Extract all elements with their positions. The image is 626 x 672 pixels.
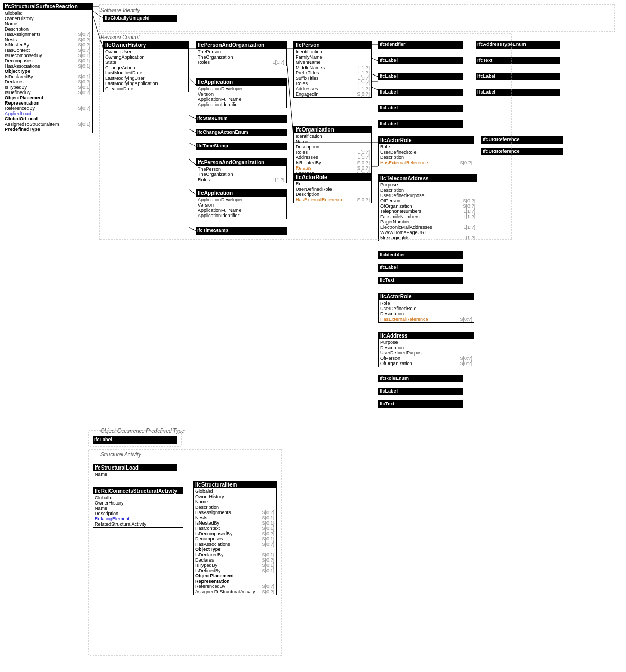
section-structural-activity: Structural Activity <box>100 452 141 458</box>
bar-ifc-change-action-enum: IfcChangeActionEnum <box>196 129 287 136</box>
section-object-occurrence: Object Occurrence Predefined Type <box>100 428 185 434</box>
section-revision-control: Revision Control <box>100 34 139 40</box>
svg-line-15 <box>372 87 378 90</box>
box-header: IfcStructuralSurfaceReaction <box>3 3 92 10</box>
svg-line-9 <box>189 227 196 231</box>
box-ifc-actor-role-1: IfcActorRole Role UserDefinedRole Descri… <box>293 173 372 203</box>
box-ifc-person-and-org-1: IfcPersonAndOrganization ThePerson TheOr… <box>196 41 287 66</box>
bar-ifc-label-2: IfcLabel <box>378 73 463 80</box>
box-ifc-rel-connects: IfcRelConnectsStructuralActivity GlobalI… <box>93 487 183 528</box>
box-ifc-telecom-address: IfcTelecomAddress Purpose Description Us… <box>378 174 477 241</box>
bar-ifc-state-enum: IfcStateEnum <box>196 115 287 123</box>
bar-ifc-timestamp-2: IfcTimeStamp <box>196 227 287 235</box>
svg-line-6 <box>189 143 196 146</box>
svg-line-13 <box>372 74 378 77</box>
box-ifc-structural-item: IfcStructuralItem GlobalId OwnerHistory … <box>193 481 277 595</box>
bar-ifc-address-type-enum: IfcAddressTypeEnum <box>476 41 560 49</box>
box-ifc-actor-role-2: IfcActorRole Role UserDefinedRole Descri… <box>378 136 474 166</box>
bar-ifc-globally-unique-id: IfcGloballyUniqueId <box>103 15 177 22</box>
svg-line-12 <box>372 58 378 61</box>
bar-ifc-label-8: IfcLabel <box>378 264 463 272</box>
box-ifc-structural-surface-reaction: IfcStructuralSurfaceReaction GlobalId Ow… <box>3 3 93 133</box>
bar-ifc-uri-reference-1: IfcURIReference <box>481 136 563 144</box>
section-software-identity: Software Identity <box>100 7 140 13</box>
box-ifc-actor-role-3: IfcActorRole Role UserDefinedRole Descri… <box>378 293 474 323</box>
diagram-container: Software Identity Revision Control Objec… <box>0 0 626 672</box>
bar-ifc-text-2: IfcText <box>378 277 463 284</box>
bar-ifc-label-9: IfcLabel <box>378 388 463 395</box>
box-ifc-address: IfcAddress Purpose Description UserDefin… <box>378 332 474 367</box>
bar-ifc-text-3: IfcText <box>378 400 463 408</box>
bar-ifc-label-4: IfcLabel <box>378 89 463 96</box>
box-ifc-application-1: IfcApplication ApplicationDeveloper Vers… <box>196 78 287 108</box>
box-ifc-person-and-org-2: IfcPersonAndOrganization ThePerson TheOr… <box>196 158 287 183</box>
box-body: GlobalId OwnerHistory Name Description H… <box>3 10 92 133</box>
box-ifc-owner-history: IfcOwnerHistory OwningUser OwningApplica… <box>103 41 189 92</box>
bar-ifc-label-1: IfcLabel <box>378 57 463 64</box>
bar-ifc-text-1: IfcText <box>476 57 560 64</box>
bar-ifc-identifier-2: IfcIdentifier <box>378 251 463 259</box>
box-ifc-application-2: IfcApplication ApplicationDeveloper Vers… <box>196 189 287 219</box>
bar-ifc-label-5: IfcLabel <box>476 89 560 96</box>
bar-ifc-label-7: IfcLabel <box>378 120 463 128</box>
bar-ifc-uri-reference-2: IfcURIReference <box>481 148 563 155</box>
box-ifc-person: IfcPerson Identification FamilyName Give… <box>293 41 372 98</box>
bar-ifc-timestamp-1: IfcTimeStamp <box>196 143 287 150</box>
bar-ifc-label-3: IfcLabel <box>476 73 560 80</box>
box-ifc-structural-load: IfcStructuralLoad Name <box>93 464 177 478</box>
connectors-svg <box>0 0 626 672</box>
box-ifc-organization: IfcOrganization Identification Name Desc… <box>293 126 372 177</box>
svg-line-7 <box>189 158 196 165</box>
svg-line-1 <box>93 15 103 49</box>
svg-line-4 <box>189 115 196 119</box>
bar-ifc-label-predefined: IfcLabel <box>93 436 177 444</box>
svg-line-3 <box>189 78 196 85</box>
svg-line-5 <box>189 129 196 133</box>
svg-line-8 <box>189 189 196 194</box>
svg-line-16 <box>287 61 293 135</box>
bar-ifc-role-enum: IfcRoleEnum <box>378 375 463 382</box>
bar-ifc-identifier-1: IfcIdentifier <box>378 41 463 49</box>
bar-ifc-label-6: IfcLabel <box>378 105 463 112</box>
